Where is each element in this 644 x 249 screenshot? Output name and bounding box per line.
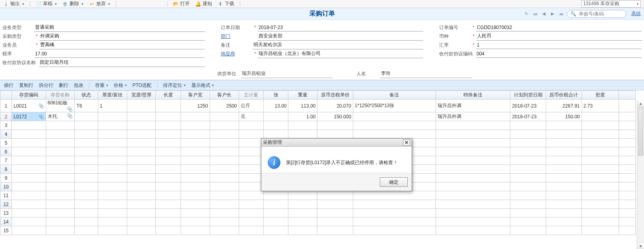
cell-unit[interactable] <box>239 182 263 191</box>
attachment-icon[interactable]: 📎 <box>67 113 73 119</box>
cell-cw[interactable] <box>181 121 210 130</box>
cell-cl[interactable] <box>210 182 239 191</box>
cell-sremark[interactable] <box>436 191 510 200</box>
cell-remark[interactable] <box>353 226 436 235</box>
cell-width[interactable] <box>127 218 156 226</box>
cell-density[interactable] <box>582 174 619 182</box>
cell-sremark[interactable] <box>436 226 510 235</box>
col-length[interactable]: 长度 <box>156 91 181 100</box>
table-row[interactable]: 11 <box>0 191 636 200</box>
cell-weight[interactable] <box>288 121 317 130</box>
cell-unit[interactable] <box>239 147 263 156</box>
col-sremark[interactable]: 特殊备注 <box>436 91 510 100</box>
cell-code[interactable] <box>12 130 46 139</box>
cell-sheets[interactable] <box>264 226 288 235</box>
cell-sremark[interactable]: 瑞升昌外调 <box>436 112 510 121</box>
col-weight[interactable]: 重量 <box>288 91 317 100</box>
cell-thick[interactable] <box>98 165 127 174</box>
cell-remark[interactable]: 1*1250*2500*13张 <box>353 100 436 112</box>
cell-length[interactable] <box>156 209 181 218</box>
cell-state[interactable] <box>75 156 98 165</box>
cell-remark[interactable] <box>353 209 436 218</box>
cell-code[interactable] <box>12 156 46 165</box>
cell-cw[interactable] <box>181 147 210 156</box>
cell-length[interactable] <box>156 156 181 165</box>
doc-search[interactable]: 🔍 <box>567 10 626 18</box>
cell-weight[interactable] <box>288 226 317 235</box>
col-state[interactable]: 状态 <box>75 91 98 100</box>
doc-search-input[interactable] <box>578 11 623 17</box>
table-row[interactable]: 1L0021📎6061铝板📎T6112502500公斤13.00113.0020… <box>0 100 636 112</box>
cell-remark[interactable] <box>353 130 436 139</box>
cell-sremark[interactable] <box>436 147 510 156</box>
cell-length[interactable] <box>156 226 181 235</box>
cell-width[interactable] <box>127 139 156 147</box>
cell-width[interactable] <box>127 226 156 235</box>
cell-name[interactable] <box>46 200 75 209</box>
cell-name[interactable] <box>46 156 75 165</box>
cell-density[interactable] <box>582 139 619 147</box>
gt-batch-edit[interactable]: 批改 <box>74 82 84 89</box>
cell-cw[interactable] <box>181 209 210 218</box>
cell-sremark[interactable] <box>436 174 510 182</box>
cell-remark[interactable] <box>353 218 436 226</box>
cell-cl[interactable] <box>210 209 239 218</box>
cell-weight[interactable] <box>288 200 317 209</box>
cell-total[interactable] <box>546 139 582 147</box>
cell-cl[interactable] <box>210 139 239 147</box>
cell-length[interactable] <box>156 121 181 130</box>
cell-plan_date[interactable] <box>510 121 546 130</box>
cell-state[interactable] <box>75 182 98 191</box>
col-code[interactable]: 存货编码 <box>12 91 46 100</box>
cell-cw[interactable] <box>181 139 210 147</box>
cell-thick[interactable]: 1 <box>98 100 127 112</box>
cell-sheets[interactable] <box>264 200 288 209</box>
cell-density[interactable] <box>582 191 619 200</box>
table-row[interactable]: 3 <box>0 121 636 130</box>
attachment-icon[interactable]: 📎 <box>38 103 44 109</box>
cell-sremark[interactable] <box>436 209 510 218</box>
cell-thick[interactable] <box>98 200 127 209</box>
cell-sheets[interactable] <box>264 191 288 200</box>
cell-weight[interactable] <box>288 209 317 218</box>
toolbar-notify[interactable]: 🔔通知 <box>195 0 212 7</box>
cell-cw[interactable] <box>181 200 210 209</box>
cell-density[interactable] <box>582 182 619 191</box>
cell-width[interactable] <box>127 147 156 156</box>
cell-state[interactable] <box>75 218 98 226</box>
nav-next-button[interactable]: ▶ <box>549 11 556 17</box>
cell-cl[interactable] <box>210 156 239 165</box>
cell-total[interactable] <box>546 165 582 174</box>
cell-code[interactable] <box>12 209 46 218</box>
cell-density[interactable] <box>582 121 619 130</box>
gt-stock[interactable]: 存量▾ <box>95 82 108 89</box>
cell-sremark[interactable]: 瑞升昌外调 <box>436 100 510 112</box>
cell-unit[interactable]: 公斤 <box>239 100 263 112</box>
cell-remark[interactable] <box>353 121 436 130</box>
cell-density[interactable] <box>582 200 619 209</box>
gt-pto[interactable]: PTO选配 <box>132 82 152 89</box>
table-row[interactable]: 12 <box>0 200 636 209</box>
cell-price[interactable] <box>317 121 353 130</box>
cell-unit[interactable] <box>239 165 263 174</box>
cell-unit[interactable] <box>239 191 263 200</box>
cell-width[interactable] <box>127 182 156 191</box>
cell-state[interactable] <box>75 130 98 139</box>
cell-price[interactable]: 20.070 <box>317 100 353 112</box>
cell-cw[interactable] <box>181 182 210 191</box>
cell-density[interactable] <box>582 165 619 174</box>
cell-name[interactable] <box>46 226 75 235</box>
cell-code[interactable] <box>12 226 46 235</box>
cell-cl[interactable] <box>210 165 239 174</box>
cell-price[interactable] <box>317 209 353 218</box>
scroll-thumb[interactable] <box>638 108 643 156</box>
cell-sremark[interactable] <box>436 139 510 147</box>
cell-width[interactable] <box>127 174 156 182</box>
cell-code[interactable] <box>12 121 46 130</box>
table-row[interactable]: 14 <box>0 218 636 226</box>
cell-unit[interactable]: 元 <box>239 112 263 121</box>
cell-total[interactable] <box>546 182 582 191</box>
cell-weight[interactable] <box>288 191 317 200</box>
cell-unit[interactable] <box>239 200 263 209</box>
gt-price[interactable]: 价格▾ <box>114 82 127 89</box>
